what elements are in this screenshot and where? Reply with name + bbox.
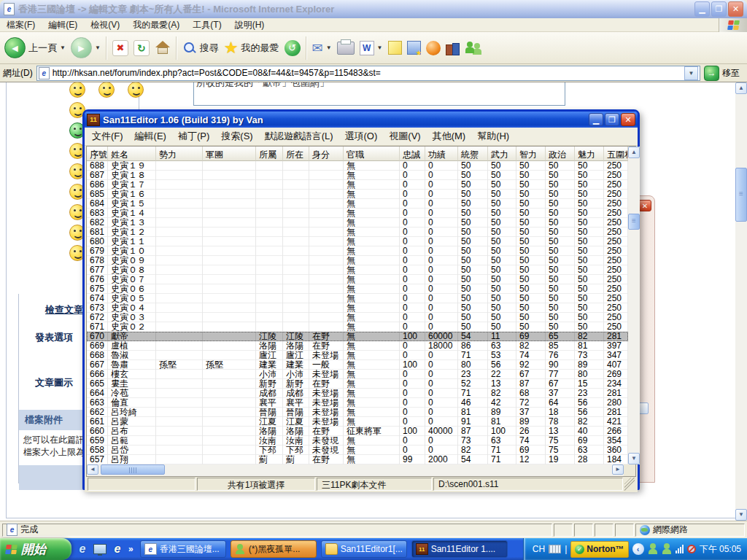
- column-header[interactable]: 武力: [488, 147, 516, 161]
- editor-menu-item[interactable]: 視圖(V): [383, 128, 426, 144]
- mail-dropdown-icon[interactable]: ▼: [326, 44, 332, 51]
- table-row[interactable]: 669盧植洛陽洛陽在野無0180008663828581397: [87, 341, 628, 351]
- table-row[interactable]: 672史寅０３無005050505050250: [87, 313, 628, 322]
- address-dropdown-icon[interactable]: ▼: [684, 66, 698, 80]
- column-header[interactable]: 忠誠: [400, 147, 425, 161]
- messenger-button[interactable]: [426, 41, 441, 55]
- hscroll-track[interactable]: [98, 464, 612, 476]
- resize-grip-icon[interactable]: [624, 478, 635, 491]
- table-row[interactable]: 659呂範汝南汝南未發現無007363747569354: [87, 436, 628, 446]
- column-header[interactable]: 身分: [309, 147, 344, 161]
- ie-menu-item[interactable]: 檔案(F): [0, 18, 42, 33]
- table-row[interactable]: 666樓玄小沛小沛未登場無002322677780269: [87, 370, 628, 379]
- column-header[interactable]: 功績: [425, 147, 458, 161]
- column-header[interactable]: 智力: [516, 147, 546, 161]
- table-row[interactable]: 685史寅１６無005050505050250: [87, 190, 628, 199]
- column-header[interactable]: 姓名: [108, 147, 156, 161]
- background-window-close-icon[interactable]: ✕: [638, 200, 651, 211]
- column-header[interactable]: 魅力: [575, 147, 604, 161]
- ie-menu-item[interactable]: 我的最愛(A): [126, 18, 186, 33]
- word-dropdown-icon[interactable]: ▼: [377, 44, 383, 51]
- page-scroll-down-icon[interactable]: ▼: [735, 509, 747, 521]
- editor-menu-item[interactable]: 文件(F): [86, 128, 129, 144]
- table-row[interactable]: 675史寅０６無005050505050250: [87, 284, 628, 294]
- editor-minimize-button[interactable]: ▁: [589, 113, 603, 126]
- hscroll-thumb[interactable]: [101, 464, 165, 475]
- home-button[interactable]: [155, 41, 171, 55]
- table-row[interactable]: 670獻帝江陵江陵在野無100600005411696582281: [87, 332, 628, 341]
- vscroll-thumb[interactable]: [628, 214, 640, 230]
- editor-close-button[interactable]: ✕: [621, 113, 635, 126]
- ie-minimize-button[interactable]: ▁: [694, 1, 710, 17]
- column-header[interactable]: 所屬: [256, 147, 283, 161]
- language-indicator[interactable]: CH: [533, 544, 545, 554]
- quicklaunch-ie-icon[interactable]: e: [76, 542, 89, 556]
- column-header[interactable]: 所在: [283, 147, 309, 161]
- table-row[interactable]: 676史寅０７無005050505050250: [87, 275, 628, 284]
- ie-maximize-button[interactable]: ❐: [711, 1, 727, 17]
- table-row[interactable]: 671史寅０２無005050505050250: [87, 322, 628, 332]
- table-row[interactable]: 661呂蒙江夏江夏未登場無009181897882421: [87, 417, 628, 427]
- vscroll-track[interactable]: [628, 158, 640, 453]
- table-row[interactable]: 678史寅０９無005050505050250: [87, 256, 628, 265]
- quicklaunch-overflow-icon[interactable]: »: [128, 544, 133, 554]
- stop-button[interactable]: ✖: [112, 40, 128, 56]
- add-favorite-button[interactable]: [407, 41, 421, 55]
- taskbar-task-folder[interactable]: San11Editor1[...: [321, 540, 407, 558]
- back-button[interactable]: ◄上一頁▼: [4, 37, 66, 58]
- messenger-tray-icon[interactable]: [648, 543, 658, 555]
- ie-menu-item[interactable]: 編輯(E): [42, 18, 84, 33]
- keyboard-icon[interactable]: [549, 545, 561, 553]
- table-row[interactable]: 668魯淑廬江廬江未登場無007153747673347: [87, 351, 628, 360]
- table-row[interactable]: 684史寅１５無005050505050250: [87, 199, 628, 209]
- clock[interactable]: 下午 05:05: [700, 543, 741, 556]
- people-button[interactable]: [465, 42, 481, 55]
- table-row[interactable]: 674史寅０５無005050505050250: [87, 294, 628, 303]
- table-row[interactable]: 673史寅０４無005050505050250: [87, 303, 628, 313]
- table-vertical-scrollbar[interactable]: ▲ ▼: [628, 147, 640, 464]
- table-row[interactable]: 663倫直襄平襄平未登場無004642726456280: [87, 398, 628, 408]
- smiley-icon[interactable]: [69, 82, 85, 98]
- post-textarea[interactable]: 所收的是我的「獻帝」包圍網」: [193, 82, 565, 106]
- go-button[interactable]: → 移至: [704, 66, 744, 81]
- print-button[interactable]: [337, 42, 355, 55]
- table-row[interactable]: 660呂布洛陽洛陽在野征東將軍1004000087100261340266: [87, 427, 628, 436]
- forward-button[interactable]: ►▼: [71, 37, 101, 58]
- norton-badge[interactable]: ✓Norton™: [570, 541, 628, 558]
- column-header[interactable]: 政治: [546, 147, 575, 161]
- network-disabled-icon[interactable]: [687, 545, 696, 553]
- page-scroll-up-icon[interactable]: ▲: [735, 82, 747, 94]
- editor-menu-item[interactable]: 補丁(P): [172, 128, 215, 144]
- table-row[interactable]: 665婁圭新野新野在野無005213876715234: [87, 379, 628, 389]
- page-vscroll-track[interactable]: [735, 94, 747, 509]
- favorites-button[interactable]: ★我的最愛: [224, 41, 279, 55]
- background-window-scroll-thumb[interactable]: [638, 402, 649, 414]
- start-button[interactable]: 開始: [0, 538, 71, 560]
- table-row[interactable]: 658呂岱下邳下邳未發現無008271697563360: [87, 446, 628, 455]
- search-button[interactable]: 搜尋: [182, 41, 219, 55]
- tray-collapse-icon[interactable]: ‹: [632, 543, 644, 555]
- table-horizontal-scrollbar[interactable]: ◄ ►: [86, 464, 636, 477]
- table-row[interactable]: 677史寅０８無005050505050250: [87, 265, 628, 275]
- column-header[interactable]: 軍團: [203, 147, 256, 161]
- table-row[interactable]: 687史寅１８無005050505050250: [87, 171, 628, 180]
- editor-menu-item[interactable]: 默認遊戲語言(L): [259, 128, 339, 144]
- table-row[interactable]: 682史寅１３無005050505050250: [87, 218, 628, 228]
- editor-menu-item[interactable]: 搜索(S): [215, 128, 258, 144]
- taskbar-task-buddy[interactable]: (*)黑夜孤單...: [231, 540, 317, 558]
- table-row[interactable]: 681史寅１２無005050505050250: [87, 228, 628, 237]
- page-vertical-scrollbar[interactable]: ▲ ▼: [735, 82, 747, 521]
- column-header[interactable]: 序號: [87, 147, 108, 161]
- messenger-tray-icon[interactable]: [662, 543, 672, 555]
- signal-icon[interactable]: [676, 545, 684, 553]
- editor-menu-item[interactable]: 編輯(E): [129, 128, 172, 144]
- editor-titlebar[interactable]: 11 San11Editor 1.06 (Build 319) by Van ▁…: [85, 112, 638, 128]
- forward-dropdown-icon[interactable]: ▼: [95, 44, 101, 51]
- ie-menu-item[interactable]: 工具(T): [186, 18, 228, 33]
- table-row[interactable]: 657呂翔薊薊在野無9920005471121928184: [87, 455, 628, 464]
- quicklaunch-desktop-icon[interactable]: [93, 542, 107, 556]
- table-row[interactable]: 686史寅１７無005050505050250: [87, 180, 628, 190]
- taskbar-task-ie[interactable]: e香港三國論壇...: [140, 540, 226, 558]
- editor-menu-item[interactable]: 幫助(H): [471, 128, 515, 144]
- column-header[interactable]: 統禦: [458, 147, 488, 161]
